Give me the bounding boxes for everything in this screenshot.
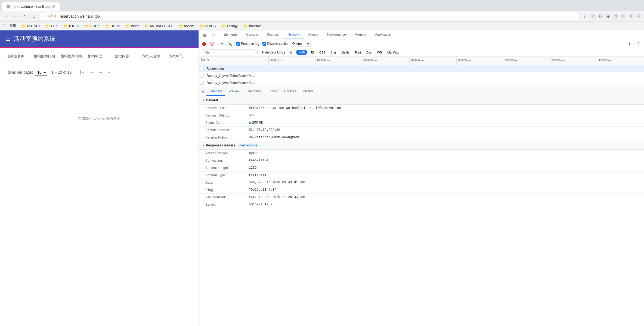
bookmark-debug[interactable]: 📁 DEBUG	[197, 23, 218, 29]
back-button[interactable]: ←	[2, 12, 10, 20]
last-page-btn[interactable]: →|	[105, 69, 114, 76]
hide-data-urls-checkbox[interactable]	[258, 51, 261, 54]
tab-application[interactable]: Application	[371, 30, 395, 39]
view-source-btn[interactable]: view source	[239, 143, 257, 147]
ext-icon-6[interactable]: S	[628, 13, 634, 20]
general-section-header[interactable]: ▼ General	[199, 96, 644, 105]
throttle-select[interactable]: Online Fast 3G Slow 3G Offline	[290, 41, 311, 47]
filter-css[interactable]: CSS	[317, 50, 328, 55]
ext-icon-1[interactable]: ✓	[590, 13, 596, 20]
filter-btn[interactable]: ▿	[219, 40, 225, 47]
filter-input[interactable]	[201, 49, 255, 55]
address-bar[interactable]: ℹ 不安全 reservation.weihanli.top	[39, 12, 580, 20]
prev-page-btn[interactable]: ←	[88, 69, 95, 76]
record-btn[interactable]: ⬤	[201, 40, 208, 47]
clear-btn[interactable]: 🚫	[209, 40, 215, 47]
disable-cache-checkbox[interactable]	[262, 42, 266, 46]
bookmark-toview[interactable]: 📁 toview	[177, 23, 196, 29]
bookmark-star-icon[interactable]: ☆	[583, 13, 587, 19]
last-modified-label: Last-Modified:	[205, 195, 249, 199]
forward-button[interactable]: →	[11, 12, 20, 20]
bookmark-translate[interactable]: 📁 translate	[242, 23, 264, 29]
detail-tab-initiator[interactable]: Initiator	[299, 87, 316, 96]
row-check-3[interactable]	[200, 81, 203, 84]
tab-close-btn[interactable]: ✕	[52, 4, 55, 9]
bookmark-knowledges[interactable]: 📁 KNOWLEDGES	[143, 23, 176, 29]
filter-img[interactable]: Img	[329, 50, 338, 55]
per-page-select[interactable]: 10 25 50	[35, 69, 47, 76]
detail-tab-cookies[interactable]: Cookies	[281, 87, 299, 96]
bookmark-docs[interactable]: 📁 DOCS	[103, 23, 122, 29]
bookmark-fex[interactable]: 📁 FEX	[44, 23, 60, 29]
bookmark-apps[interactable]: 应用	[7, 23, 18, 29]
filter-media[interactable]: Media	[339, 50, 352, 55]
search-btn[interactable]: 🔍	[226, 40, 233, 47]
bookmark-dotnet[interactable]: 📁 DOTNET	[19, 23, 42, 29]
address-prefix: 不安全	[47, 14, 57, 18]
filter-font[interactable]: Font	[352, 50, 363, 55]
bookmark-zhongyi[interactable]: 📁 zhongyi	[219, 23, 240, 29]
active-tab[interactable]: reservation.weihanli.top ✕	[2, 2, 60, 11]
devtools-tab-icons: ▦ □	[199, 31, 219, 39]
tab-network[interactable]: Network	[283, 30, 304, 39]
filter-doc[interactable]: Doc	[364, 50, 374, 55]
inspect-element-btn[interactable]: ▦	[201, 31, 209, 39]
content-type-value: text/html	[249, 173, 267, 177]
detail-tab-response[interactable]: Response	[243, 87, 265, 96]
download-btn[interactable]: ⇩	[635, 40, 642, 47]
responsive-btn[interactable]: □	[210, 31, 217, 39]
row-checkbox-2[interactable]	[199, 74, 204, 77]
filter-ws[interactable]: WS	[375, 50, 385, 55]
bookmark-blogs[interactable]: 📁 Blogs	[123, 23, 141, 29]
ext-icon-5[interactable]: F	[620, 13, 627, 20]
hamburger-icon[interactable]: ☰	[2, 24, 5, 28]
home-button[interactable]: ⌂	[30, 12, 38, 20]
filter-manifest[interactable]: Manifest	[385, 50, 401, 55]
row-check-1[interactable]	[200, 67, 203, 70]
site-hamburger-icon[interactable]: ☰	[5, 36, 10, 42]
tab-memory[interactable]: Memory	[350, 30, 371, 39]
preserve-log-checkbox[interactable]	[236, 42, 240, 46]
filter-js[interactable]: JS	[308, 50, 316, 55]
bookmark-tools[interactable]: 📁 TOOLS	[61, 23, 82, 29]
detail-tab-timing[interactable]: Timing	[265, 87, 281, 96]
bookmark-book-label: BOOK	[90, 24, 100, 28]
detail-tab-headers[interactable]: Headers	[206, 87, 225, 96]
network-row-reservation[interactable]: Reservation	[199, 65, 644, 72]
ext-icon-4[interactable]: N	[612, 13, 619, 20]
tab-elements[interactable]: Elements	[219, 30, 242, 39]
etag-row: ETag: "5e22ea01-4d3"	[199, 186, 644, 194]
ext-icon-2[interactable]: G	[597, 13, 604, 20]
tab-sources[interactable]: Sources	[262, 30, 283, 39]
tl-label-6: 300000 ms	[503, 57, 550, 65]
response-headers-section-header[interactable]: ▼ Response Headers view source	[199, 141, 644, 150]
tab-augury[interactable]: Augury	[304, 30, 323, 39]
row-check-2[interactable]	[200, 74, 203, 77]
row-checkbox-1[interactable]	[199, 67, 204, 70]
folder-icon-11: 📁	[244, 24, 248, 28]
tab-performance[interactable]: Performance	[323, 30, 350, 39]
row-checkbox-3[interactable]	[199, 81, 204, 84]
tab-console[interactable]: Console	[242, 30, 262, 39]
next-page-btn[interactable]: →	[97, 69, 104, 76]
bookmark-book[interactable]: 📁 BOOK	[83, 23, 102, 29]
preserve-log-checkbox-label[interactable]: Preserve log	[236, 42, 259, 46]
disable-cache-checkbox-label[interactable]: Disable cache	[262, 42, 287, 46]
filter-xhr[interactable]: XHR	[296, 50, 307, 55]
hide-data-urls-label[interactable]: Hide data URLs	[258, 51, 285, 54]
request-url-row: Request URL: http://reservation.weihanli…	[199, 105, 644, 112]
ext-icon-3[interactable]: ◆	[605, 13, 611, 20]
request-url-label: Request URL:	[205, 106, 249, 110]
first-page-btn[interactable]: |←	[78, 69, 87, 76]
table-header: 活动室名称 预约使用日期 预约使用时间 预约单位 活动内容 预约人名称 预约时间	[4, 53, 194, 62]
refresh-button[interactable]: ↻	[21, 12, 29, 20]
detail-tab-preview[interactable]: Preview	[225, 87, 243, 96]
detail-close-btn[interactable]: ✕	[199, 88, 206, 95]
network-row-sentry-1[interactable]: ?sentry_key=a48b9eb9afa448e...	[199, 72, 644, 79]
network-row-sentry-2[interactable]: ?sentry_key=a48b9eb9afa448e...	[199, 79, 644, 86]
filter-all[interactable]: All	[287, 50, 296, 55]
ext-icon-7[interactable]: ≡	[635, 13, 642, 20]
response-headers-arrow: ▼	[202, 144, 205, 147]
upload-btn[interactable]: ⇧	[627, 40, 633, 47]
content-length-value: 1235	[249, 166, 257, 170]
